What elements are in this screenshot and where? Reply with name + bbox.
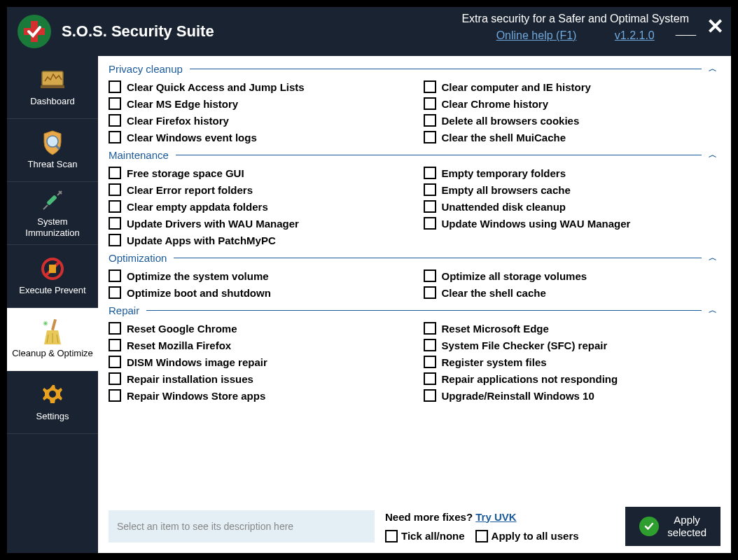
collapse-chevron-icon[interactable]: ︿ — [709, 63, 717, 75]
option-checkbox[interactable] — [109, 217, 121, 230]
option-checkbox[interactable] — [424, 114, 436, 127]
option-label[interactable]: Free storage space GUI — [127, 167, 244, 179]
option-checkbox[interactable] — [109, 183, 121, 196]
option-checkbox[interactable] — [109, 372, 121, 385]
option-checkbox[interactable] — [424, 131, 436, 144]
option-item: Update Apps with PatchMyPC — [109, 234, 403, 246]
option-label[interactable]: Update Windows using WAU Manager — [442, 218, 631, 230]
version-link[interactable]: v1.2.1.0 — [615, 29, 655, 41]
option-checkbox[interactable] — [424, 322, 436, 335]
option-checkbox[interactable] — [109, 167, 121, 179]
option-checkbox[interactable] — [109, 234, 121, 246]
option-checkbox[interactable] — [109, 270, 121, 282]
collapse-chevron-icon[interactable]: ︿ — [709, 149, 717, 161]
close-button[interactable]: ✕ — [706, 14, 724, 38]
sidebar-item-syringe[interactable]: System Immunization — [7, 182, 98, 245]
option-label[interactable]: System File Checker (SFC) repair — [442, 340, 608, 351]
option-item: Unattended disk cleanup — [424, 200, 718, 213]
option-checkbox[interactable] — [424, 339, 436, 351]
option-label[interactable]: Clear computer and IE history — [442, 81, 591, 93]
option-label[interactable]: Repair Windows Store apps — [127, 390, 265, 402]
sidebar: DashboardThreat ScanSystem ImmunizationE… — [7, 56, 98, 553]
option-label[interactable]: Clear Error report folders — [127, 184, 253, 196]
option-checkbox[interactable] — [424, 167, 436, 179]
option-checkbox[interactable] — [109, 339, 121, 351]
option-checkbox[interactable] — [109, 356, 121, 368]
option-checkbox[interactable] — [424, 286, 436, 299]
option-checkbox[interactable] — [424, 217, 436, 230]
option-label[interactable]: DISM Windows image repair — [127, 356, 267, 368]
collapse-chevron-icon[interactable]: ︿ — [709, 304, 717, 316]
option-item: Reset Google Chrome — [109, 322, 403, 335]
footer: Select an item to see its description he… — [98, 500, 731, 553]
option-label[interactable]: Unattended disk cleanup — [442, 201, 566, 213]
option-label[interactable]: Optimize all storage volumes — [442, 270, 587, 282]
sidebar-item-broom[interactable]: Cleanup & Optimize — [7, 308, 98, 371]
svg-rect-11 — [51, 319, 57, 330]
option-checkbox[interactable] — [424, 356, 436, 368]
option-checkbox[interactable] — [424, 389, 436, 402]
option-label[interactable]: Optimize boot and shutdown — [127, 287, 271, 299]
option-item: Clear Windows event logs — [109, 131, 403, 144]
option-item: Update Windows using WAU Manager — [424, 217, 718, 230]
option-item: Repair Windows Store apps — [109, 389, 403, 402]
help-link[interactable]: Online help (F1) — [496, 29, 577, 41]
option-checkbox[interactable] — [424, 80, 436, 93]
option-label[interactable]: Clear Windows event logs — [127, 132, 257, 144]
option-label[interactable]: Clear the shell cache — [442, 287, 546, 299]
option-checkbox[interactable] — [424, 200, 436, 213]
collapse-chevron-icon[interactable]: ︿ — [709, 252, 717, 264]
option-checkbox[interactable] — [109, 131, 121, 144]
option-checkbox[interactable] — [109, 114, 121, 127]
svg-rect-10 — [49, 265, 56, 273]
option-checkbox[interactable] — [109, 322, 121, 335]
option-checkbox[interactable] — [424, 270, 436, 282]
option-checkbox[interactable] — [109, 200, 121, 213]
apply-selected-button[interactable]: Applyselected — [625, 507, 720, 546]
option-label[interactable]: Reset Mozilla Firefox — [127, 340, 231, 351]
description-box: Select an item to see its description he… — [109, 510, 375, 542]
tick-all-label: Tick all/none — [401, 530, 465, 542]
option-checkbox[interactable] — [109, 286, 121, 299]
option-item: Reset Microsoft Edge — [424, 322, 718, 335]
option-label[interactable]: Reset Google Chrome — [127, 323, 237, 335]
option-label[interactable]: Update Drivers with WAU Manager — [127, 218, 299, 230]
apply-all-users-checkbox[interactable] — [475, 530, 488, 542]
option-checkbox[interactable] — [424, 97, 436, 110]
option-label[interactable]: Clear Firefox history — [127, 115, 229, 127]
option-item: Free storage space GUI — [109, 167, 403, 179]
app-window: S.O.S. Security Suite Extra security for… — [7, 7, 731, 553]
option-checkbox[interactable] — [424, 372, 436, 385]
option-label[interactable]: Clear Chrome history — [442, 98, 549, 110]
option-label[interactable]: Clear empty appdata folders — [127, 201, 268, 213]
option-label[interactable]: Empty all browsers cache — [442, 184, 571, 196]
option-label[interactable]: Clear MS Edge history — [127, 98, 238, 110]
sidebar-item-label: Execute Prevent — [15, 285, 89, 296]
option-label[interactable]: Repair installation issues — [127, 373, 253, 385]
option-checkbox[interactable] — [109, 80, 121, 93]
sidebar-item-dashboard[interactable]: Dashboard — [7, 56, 98, 119]
try-uvk-link[interactable]: Try UVK — [475, 511, 516, 523]
option-label[interactable]: Optimize the system volume — [127, 270, 269, 282]
option-checkbox[interactable] — [109, 97, 121, 110]
content-scroll[interactable]: Privacy cleanup︿Clear Quick Access and J… — [98, 56, 731, 500]
option-item: Update Drivers with WAU Manager — [109, 217, 403, 230]
sidebar-item-block[interactable]: Execute Prevent — [7, 245, 98, 308]
option-checkbox[interactable] — [424, 183, 436, 196]
svg-rect-0 — [42, 71, 63, 85]
tick-all-checkbox[interactable] — [385, 530, 398, 542]
option-label[interactable]: Upgrade/Reinstall Windows 10 — [442, 390, 594, 402]
option-label[interactable]: Repair applications not responding — [442, 373, 618, 385]
option-label[interactable]: Register system files — [442, 356, 547, 368]
option-label[interactable]: Reset Microsoft Edge — [442, 323, 549, 335]
option-label[interactable]: Clear Quick Access and Jump Lists — [127, 81, 305, 93]
option-label[interactable]: Empty temporary folders — [442, 167, 566, 179]
option-checkbox[interactable] — [109, 389, 121, 402]
minimize-button[interactable]: __ — [676, 17, 696, 41]
option-label[interactable]: Update Apps with PatchMyPC — [127, 234, 276, 246]
option-label[interactable]: Clear the shell MuiCache — [442, 132, 566, 144]
option-label[interactable]: Delete all browsers cookies — [442, 115, 580, 127]
svg-rect-1 — [41, 85, 64, 88]
sidebar-item-shield[interactable]: Threat Scan — [7, 119, 98, 182]
sidebar-item-gear[interactable]: Settings — [7, 371, 98, 434]
